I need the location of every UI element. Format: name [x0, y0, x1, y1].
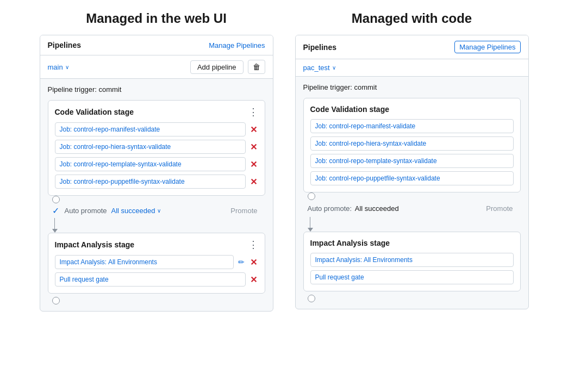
left-stage-2: Impact Analysis stage ⋮ Impact Analysis:…: [48, 233, 265, 294]
chevron-down-icon: ∨: [65, 64, 69, 70]
right-bottom-circle: [303, 295, 521, 302]
right-branch-name: pac_test: [303, 64, 330, 72]
right-job-3-label: Job: control-repo-template-syntax-valida…: [310, 154, 514, 168]
close-icon: ✕: [250, 275, 257, 284]
right-job-2-label: Job: control-repo-hiera-syntax-validate: [310, 136, 514, 151]
chevron-down-icon: ∨: [332, 65, 336, 71]
left-job-4-label: Job: control-repo-puppetfile-syntax-vali…: [55, 175, 246, 189]
left-job-2-delete[interactable]: ✕: [249, 141, 258, 153]
left-job-row-1: Job: control-repo-manifest-validate ✕: [55, 122, 258, 136]
all-succeeded-dropdown[interactable]: All succeeded ∨: [111, 207, 161, 215]
right-circle-connector: [308, 192, 315, 200]
right-connector-circle-bottom: [308, 295, 315, 302]
right-stage-2: Impact Analysis stage Impact Analysis: A…: [303, 232, 521, 291]
left-job-4-delete[interactable]: ✕: [249, 176, 258, 188]
stage-2-menu-icon[interactable]: ⋮: [248, 240, 258, 250]
left-job-2-label: Job: control-repo-hiera-syntax-validate: [55, 140, 246, 154]
left-subheader-actions: Add pipeline 🗑: [190, 60, 265, 74]
right-pr-gate-label: Pull request gate: [310, 270, 514, 284]
right-column: Managed with code Pipelines Manage Pipel…: [295, 11, 529, 312]
left-branch-selector[interactable]: main ∨: [48, 63, 69, 71]
right-pipeline-trigger: Pipeline trigger: commit: [303, 83, 521, 91]
right-panel: Pipelines Manage Pipelines pac_test ∨ Pi…: [295, 35, 529, 309]
pencil-icon: ✏: [238, 258, 245, 266]
delete-pipeline-button[interactable]: 🗑: [248, 60, 265, 74]
right-connector-line-top: [303, 192, 521, 200]
left-arrow-connector: [48, 218, 58, 233]
dropdown-chevron-icon: ∨: [157, 208, 161, 214]
stage-menu-icon[interactable]: ⋮: [248, 107, 258, 117]
right-promote-button[interactable]: Promote: [486, 204, 513, 213]
left-job-3-label: Job: control-repo-template-syntax-valida…: [55, 157, 246, 171]
left-promote-button[interactable]: Promote: [230, 207, 257, 215]
left-impact-delete[interactable]: ✕: [249, 256, 258, 269]
right-impact-label: Impact Analysis: All Environments: [310, 253, 514, 267]
right-job-row-2: Job: control-repo-hiera-syntax-validate: [310, 136, 514, 151]
right-job-4-label: Job: control-repo-puppetfile-syntax-vali…: [310, 171, 514, 185]
left-impact-row: Impact Analysis: All Environments ✏ ✕: [55, 255, 258, 269]
right-auto-promote-text: Auto promote: All succeeded: [308, 204, 399, 213]
auto-promote-label: Auto promote: [65, 207, 107, 215]
left-circle-connector: [52, 196, 60, 203]
left-impact-label: Impact Analysis: All Environments: [55, 255, 234, 269]
left-job-1-delete[interactable]: ✕: [249, 123, 258, 136]
left-panel: Pipelines Manage Pipelines main ∨ Add pi…: [40, 35, 273, 312]
right-job-row-1: Job: control-repo-manifest-validate: [310, 119, 514, 133]
add-pipeline-button[interactable]: Add pipeline: [190, 60, 244, 74]
right-job-row-3: Job: control-repo-template-syntax-valida…: [310, 154, 514, 168]
left-connector-line-top: [48, 196, 265, 203]
left-promote-bar: ✓ Auto promote All succeeded ∨ Promote: [48, 203, 265, 218]
right-subheader: pac_test ∨: [296, 59, 528, 77]
right-stage-2-header: Impact Analysis stage: [310, 239, 514, 247]
right-stage-1: Code Validation stage Job: control-repo-…: [303, 98, 521, 192]
checkmark-icon: ✓: [52, 206, 59, 216]
arrow-line: [54, 218, 55, 229]
close-icon: ✕: [250, 142, 257, 152]
left-pr-gate-label: Pull request gate: [55, 272, 246, 287]
left-job-row-2: Job: control-repo-hiera-syntax-validate …: [55, 140, 258, 154]
left-job-3-delete[interactable]: ✕: [249, 158, 258, 171]
close-icon: ✕: [250, 125, 257, 134]
right-promote-bar: Auto promote: All succeeded Promote: [303, 200, 521, 217]
right-impact-row: Impact Analysis: All Environments: [310, 253, 514, 267]
right-stage-1-header: Code Validation stage: [310, 105, 514, 114]
right-pr-gate-row: Pull request gate: [310, 270, 514, 284]
close-icon: ✕: [250, 160, 257, 169]
right-pipelines-title: Pipelines: [303, 43, 336, 52]
left-branch-name: main: [48, 63, 63, 71]
trash-icon: 🗑: [253, 63, 260, 71]
right-panel-header: Pipelines Manage Pipelines: [296, 35, 528, 59]
connector-circle-top: [52, 196, 60, 203]
connector-circle-bottom: [52, 297, 60, 304]
right-panel-body: Pipeline trigger: commit Code Validation…: [296, 77, 528, 309]
left-manage-pipelines-link[interactable]: Manage Pipelines: [209, 41, 265, 49]
left-stage-2-header: Impact Analysis stage ⋮: [55, 240, 258, 250]
left-job-1-label: Job: control-repo-manifest-validate: [55, 122, 246, 136]
left-job-row-4: Job: control-repo-puppetfile-syntax-vali…: [55, 175, 258, 189]
left-subheader: main ∨ Add pipeline 🗑: [40, 55, 273, 79]
left-impact-edit[interactable]: ✏: [237, 257, 246, 267]
arrow-head-icon: [52, 229, 58, 233]
right-job-row-4: Job: control-repo-puppetfile-syntax-vali…: [310, 171, 514, 185]
right-connector-area: Auto promote: All succeeded Promote: [303, 192, 521, 232]
right-stage-1-title: Code Validation stage: [310, 105, 389, 114]
close-icon: ✕: [250, 177, 257, 186]
right-arrow-line: [310, 217, 310, 228]
left-panel-header: Pipelines Manage Pipelines: [40, 35, 273, 55]
left-panel-body: Pipeline trigger: commit Code Validation…: [40, 79, 273, 311]
left-bottom-circle: [48, 297, 265, 304]
right-arrow-connector: [303, 217, 313, 232]
right-job-1-label: Job: control-repo-manifest-validate: [310, 119, 514, 133]
left-stage-1-header: Code Validation stage ⋮: [55, 107, 258, 117]
left-pr-gate-delete[interactable]: ✕: [249, 273, 258, 286]
left-stage-2-title: Impact Analysis stage: [55, 240, 135, 249]
right-manage-pipelines-button[interactable]: Manage Pipelines: [454, 41, 520, 53]
right-title: Managed with code: [295, 11, 529, 26]
left-job-row-3: Job: control-repo-template-syntax-valida…: [55, 157, 258, 171]
left-pipelines-title: Pipelines: [48, 41, 81, 49]
right-stage-2-title: Impact Analysis stage: [310, 239, 390, 247]
right-branch-selector[interactable]: pac_test ∨: [303, 64, 336, 72]
left-stage-1-title: Code Validation stage: [55, 108, 134, 116]
left-stage-1: Code Validation stage ⋮ Job: control-rep…: [48, 100, 265, 196]
left-connector-area: ✓ Auto promote All succeeded ∨ Promote: [48, 196, 265, 233]
